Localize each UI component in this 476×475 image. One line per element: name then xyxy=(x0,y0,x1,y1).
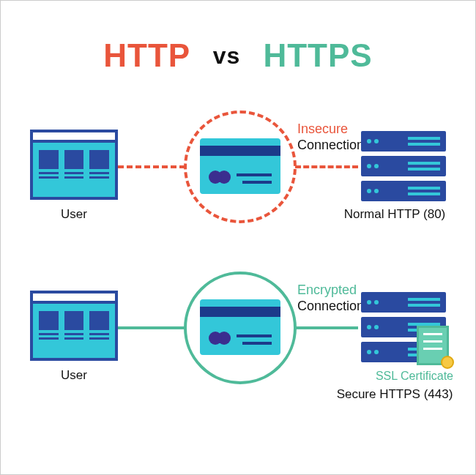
user-label: User xyxy=(30,368,118,383)
ssl-certificate-label: SSL Certificate xyxy=(351,370,453,383)
title-vs: vs xyxy=(213,42,241,69)
server-label: Normal HTTP (80) xyxy=(336,207,453,222)
creditcard-icon xyxy=(200,299,280,355)
https-row: User Encrypted Connection SSL Certificat… xyxy=(1,272,475,418)
certificate-icon xyxy=(417,326,449,365)
connection-line-right xyxy=(295,326,358,329)
title-http: HTTP xyxy=(103,37,190,73)
connection-line-right xyxy=(295,165,358,168)
http-row: User Insecure Connection Normal HTTP (80… xyxy=(1,111,475,257)
connection-line-left xyxy=(118,326,185,329)
seal-icon xyxy=(441,356,454,369)
connection-label: Insecure Connection xyxy=(297,121,364,153)
title-https: HTTPS xyxy=(263,37,372,73)
page-title: HTTP vs HTTPS xyxy=(1,1,475,74)
connection-label: Encrypted Connection xyxy=(297,282,364,314)
server-label: Secure HTTPS (443) xyxy=(336,387,453,402)
creditcard-icon xyxy=(200,138,280,194)
browser-icon xyxy=(30,130,118,200)
server-icon xyxy=(361,131,446,201)
connection-type: Insecure xyxy=(297,121,364,137)
connection-word: Connection xyxy=(297,298,364,314)
user-label: User xyxy=(30,207,118,222)
connection-type: Encrypted xyxy=(297,282,364,298)
connection-word: Connection xyxy=(297,137,364,153)
browser-icon xyxy=(30,291,118,361)
connection-line-left xyxy=(118,165,185,168)
